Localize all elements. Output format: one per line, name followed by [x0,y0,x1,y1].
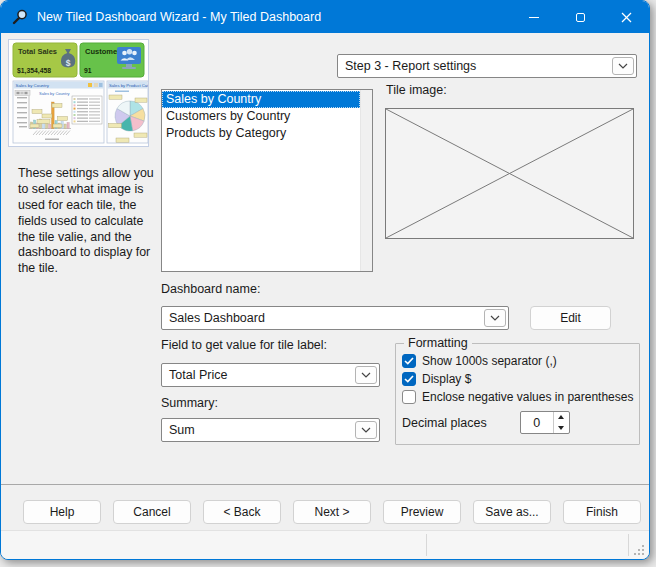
minimize-button[interactable] [511,1,557,33]
footer-button-row: Help Cancel < Back Next > Preview Save a… [23,500,641,524]
step-selector-value: Step 3 - Report settings [338,59,612,73]
close-icon [621,12,632,23]
resize-grip[interactable] [634,545,644,555]
dashboard-name-value: Sales Dashboard [162,311,484,325]
tile-field-combobox[interactable]: Total Price [161,363,380,387]
dashboard-name-combobox[interactable]: Sales Dashboard [161,306,509,330]
list-item-customers-by-country[interactable]: Customers by Country [162,108,360,125]
magnifier-app-icon [11,9,28,26]
wizard-window: New Tiled Dashboard Wizard - My Tiled Da… [0,0,650,560]
dialog-client-area: Total Sales $ $1,354,458 Customers [1,33,649,559]
display-dollar-checkbox[interactable] [402,372,416,386]
display-dollar-label: Display $ [422,372,471,386]
decimal-places-label: Decimal places [402,416,487,430]
arrow-down-icon [558,426,564,430]
chevron-down-icon [361,427,371,433]
decimal-places-spinner[interactable]: 0 [520,411,570,434]
svg-text:Sales by Country: Sales by Country [39,91,69,96]
save-as-button[interactable]: Save as... [473,500,551,524]
back-button[interactable]: < Back [203,500,281,524]
preview-panel1-title: Sales by Country [16,83,50,88]
spinner-buttons [553,412,569,433]
thousands-separator-label: Show 1000s separator (,) [422,354,557,368]
titlebar: New Tiled Dashboard Wizard - My Tiled Da… [1,1,649,33]
tile-field-label: Field to get value for tile label: [161,338,327,352]
status-bar [1,530,649,559]
dashboard-preview-thumbnail: Total Sales $ $1,354,458 Customers [8,39,149,147]
status-separator [426,534,427,556]
summary-value: Sum [162,423,355,437]
footer-separator [1,484,649,485]
cancel-button[interactable]: Cancel [113,500,191,524]
step-selector-combobox[interactable]: Step 3 - Report settings [337,54,637,78]
chevron-down-icon [618,63,628,69]
list-item-sales-by-country[interactable]: Sales by Country [162,91,360,108]
preview-tile-customers: Customers 91 [80,43,144,77]
empty-image-cross [386,109,633,238]
summary-combobox[interactable]: Sum [161,418,380,442]
arrow-up-icon [558,415,564,419]
preview-tile2-value: 91 [84,67,92,74]
preview-tile1-value: $1,354,458 [17,67,51,75]
decimal-places-value: 0 [521,412,553,433]
preview-panel2-title: Sales by Product Category [109,83,148,88]
step-description-text: These settings allow you to select what … [18,166,155,277]
report-list-items: Sales by Country Customers by Country Pr… [162,90,360,271]
spinner-up-button[interactable] [554,412,569,423]
negative-parentheses-label: Enclose negative values in parentheses [422,390,633,404]
tile-field-dropdown-button[interactable] [355,366,377,384]
next-button[interactable]: Next > [293,500,371,524]
window-title: New Tiled Dashboard Wizard - My Tiled Da… [37,10,321,24]
chevron-down-icon [361,372,371,378]
formatting-groupbox: Formatting Show 1000s separator (,) Disp… [395,336,640,445]
chevron-down-icon [490,315,500,321]
checkmark-icon [404,357,414,365]
preview-panel-bar-chart: Sales by Country Sales by Country [13,81,104,143]
help-button[interactable]: Help [23,500,101,524]
step-selector-dropdown-button[interactable] [612,57,634,75]
preview-tile-total-sales: Total Sales $ $1,354,458 [13,43,77,77]
tile-field-value: Total Price [162,368,355,382]
checkbox-row-display-dollar[interactable]: Display $ [402,370,633,388]
edit-button[interactable]: Edit [530,306,611,330]
checkbox-row-thousands-separator[interactable]: Show 1000s separator (,) [402,352,633,370]
minimize-icon [529,17,539,18]
dashboard-name-dropdown-button[interactable] [484,309,506,327]
dashboard-name-label: Dashboard name: [161,282,260,296]
checkbox-row-negative-parentheses[interactable]: Enclose negative values in parentheses [402,388,633,406]
summary-label: Summary: [161,396,218,410]
status-separator [628,534,629,556]
finish-button[interactable]: Finish [563,500,641,524]
tile-image-label: Tile image: [386,83,447,97]
negative-parentheses-checkbox[interactable] [402,390,416,404]
preview-panel-pie-chart: Sales by Product Category [107,81,148,143]
preview-button[interactable]: Preview [383,500,461,524]
summary-dropdown-button[interactable] [355,421,377,439]
spinner-down-button[interactable] [554,423,569,434]
thousands-separator-checkbox[interactable] [402,354,416,368]
maximize-button[interactable] [557,1,603,33]
close-button[interactable] [603,1,649,33]
maximize-icon [576,13,585,22]
checkmark-icon [404,375,414,383]
formatting-group-title: Formatting [404,336,472,350]
preview-tile1-label: Total Sales [18,47,57,56]
window-controls [511,1,649,33]
report-listbox: Sales by Country Customers by Country Pr… [161,89,373,272]
svg-text:$: $ [66,58,71,68]
list-item-products-by-category[interactable]: Products by Category [162,125,360,142]
decimal-places-row: Decimal places 0 [402,411,633,434]
tile-image-placeholder [385,108,634,239]
listbox-scrollbar[interactable] [360,90,372,271]
